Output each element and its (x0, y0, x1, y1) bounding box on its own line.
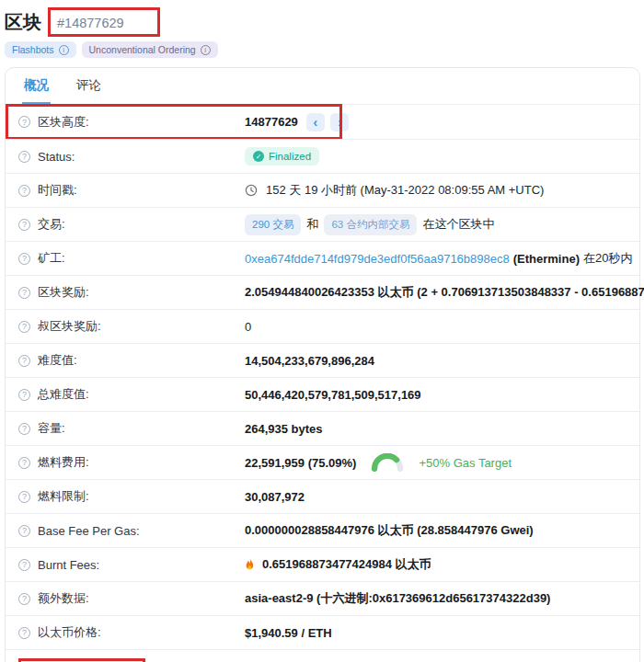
row-size: ? 容量: 264,935 bytes (6, 411, 639, 445)
unconventional-ordering-badge[interactable]: Unconventional Ordering i (82, 41, 218, 58)
row-label: Burnt Fees: (38, 558, 99, 572)
check-circle-icon: ✓ (253, 151, 264, 162)
total-difficulty-value: 50,446,420,579,781,509,517,169 (245, 388, 421, 402)
gas-limit-value: 30,087,972 (245, 490, 305, 504)
row-label: 燃料限制: (38, 488, 89, 505)
row-block-height: ? 区块高度: 14877629 ‹ › (6, 105, 639, 139)
row-label: 额外数据: (38, 590, 89, 607)
header-badges: Flashbots i Unconventional Ordering i (5, 41, 640, 58)
row-extra-data: ? 额外数据: asia-east2-9 (十六进制:0x617369612d6… (6, 581, 639, 615)
row-total-difficulty: ? 总难度值: 50,446,420,579,781,509,517,169 (6, 377, 639, 411)
info-icon[interactable]: i (201, 45, 211, 55)
page-header: 区块 #14877629 Flashbots i Unconventional … (5, 7, 640, 58)
row-label: 以太币价格: (38, 624, 101, 641)
eth-price-value: $1,940.59 / ETH (245, 626, 332, 640)
question-circle-icon[interactable]: ? (18, 593, 30, 605)
info-icon[interactable]: i (59, 45, 69, 55)
row-eth-price: ? 以太币价格: $1,940.59 / ETH (6, 615, 639, 649)
row-burnt-fees: ? Burnt Fees: 0.651968873477424984 以太币 (6, 547, 639, 581)
row-label: 区块高度: (38, 114, 89, 131)
tab-bar: 概况 评论 (6, 68, 639, 105)
difficulty-value: 14,504,233,679,896,284 (245, 354, 374, 368)
tab-overview[interactable]: 概况 (22, 68, 51, 104)
transactions-count-link[interactable]: 290 交易 (245, 214, 301, 235)
status-value: Finalized (269, 151, 311, 162)
row-label: Base Fee Per Gas: (38, 524, 140, 538)
gas-gauge-icon (371, 453, 404, 472)
footer-row: Click to see more↓ (6, 649, 639, 662)
question-circle-icon[interactable]: ? (18, 116, 30, 128)
question-circle-icon[interactable]: ? (18, 627, 30, 639)
question-circle-icon[interactable]: ? (18, 389, 30, 401)
clock-icon (245, 184, 258, 197)
row-block-reward: ? 区块奖励: 2.054944840026423353 以太币 (2 + 0.… (6, 275, 639, 309)
annotation-box-see-more: Click to see more↓ (18, 658, 145, 662)
miner-name: (Ethermine) (513, 252, 580, 266)
flame-icon (245, 558, 255, 571)
row-label: 容量: (38, 420, 65, 437)
page-title: 区块 (5, 10, 41, 35)
row-gas-used: ? 燃料费用: 22,591,959 (75.09%) +50% Gas Tar… (6, 445, 639, 479)
question-circle-icon[interactable]: ? (18, 423, 30, 435)
burnt-fees-value: 0.651968873477424984 以太币 (262, 556, 431, 573)
question-circle-icon[interactable]: ? (18, 253, 30, 265)
row-transactions: ? 交易: 290 交易 和 63 合约内部交易 在这个区块中 (6, 207, 639, 241)
flashbots-badge-label: Flashbots (12, 44, 54, 55)
row-base-fee: ? Base Fee Per Gas: 0.000000028858447976… (6, 513, 639, 547)
question-circle-icon[interactable]: ? (18, 287, 30, 299)
row-status: ? Status: ✓ Finalized (6, 139, 639, 173)
gas-target-label: +50% Gas Target (419, 456, 512, 470)
row-label: 矿工: (38, 250, 65, 267)
annotation-box-block-number: #14877629 (48, 7, 160, 37)
question-circle-icon[interactable]: ? (18, 321, 30, 333)
gas-used-value: 22,591,959 (75.09%) (245, 456, 356, 470)
and-text: 和 (306, 216, 318, 233)
row-label: 时间戳: (38, 182, 77, 199)
question-circle-icon[interactable]: ? (18, 151, 30, 163)
row-label: 叔区块奖励: (38, 318, 101, 335)
in-this-block-text: 在这个区块中 (422, 216, 494, 233)
question-circle-icon[interactable]: ? (18, 559, 30, 571)
row-timestamp: ? 时间戳: 152 天 19 小时前 (May-31-2022 08:09:5… (6, 173, 639, 207)
timestamp-value: 152 天 19 小时前 (May-31-2022 08:09:55 AM +U… (266, 182, 544, 199)
question-circle-icon[interactable]: ? (18, 355, 30, 367)
row-label: 交易: (38, 216, 65, 233)
row-difficulty: ? 难度值: 14,504,233,679,896,284 (6, 343, 639, 377)
row-label: 难度值: (38, 352, 77, 369)
row-miner: ? 矿工: 0xea674fdde714fd979de3edf0f56aa971… (6, 241, 639, 275)
block-details-page: 区块 #14877629 Flashbots i Unconventional … (0, 0, 644, 662)
tab-comments[interactable]: 评论 (75, 68, 103, 104)
question-circle-icon[interactable]: ? (18, 185, 30, 197)
size-value: 264,935 bytes (245, 422, 323, 436)
internal-transactions-link[interactable]: 63 合约内部交易 (324, 214, 417, 235)
row-label: 总难度值: (38, 386, 89, 403)
question-circle-icon[interactable]: ? (18, 525, 30, 537)
status-badge: ✓ Finalized (245, 147, 319, 166)
block-reward-value: 2.054944840026423353 以太币 (2 + 0.70691371… (245, 284, 644, 301)
block-number: #14877629 (57, 16, 124, 30)
base-fee-value: 0.000000028858447976 以太币 (28.858447976 G… (245, 522, 534, 539)
detail-rows: ? 区块高度: 14877629 ‹ › ? Status: (6, 105, 639, 662)
question-circle-icon[interactable]: ? (18, 457, 30, 469)
unconventional-badge-label: Unconventional Ordering (89, 44, 196, 55)
next-block-button[interactable]: › (330, 113, 349, 131)
row-uncle-reward: ? 叔区块奖励: 0 (6, 309, 639, 343)
flashbots-badge[interactable]: Flashbots i (5, 41, 76, 58)
row-label: 燃料费用: (38, 454, 89, 471)
row-label: Status: (38, 150, 75, 164)
question-circle-icon[interactable]: ? (18, 219, 30, 231)
block-height-value: 14877629 (245, 115, 298, 129)
block-overview-card: 概况 评论 ? 区块高度: 14877629 ‹ › (5, 67, 640, 662)
prev-block-button[interactable]: ‹ (306, 113, 325, 131)
question-circle-icon[interactable]: ? (18, 491, 30, 503)
row-label: 区块奖励: (38, 284, 89, 301)
extra-data-value: asia-east2-9 (十六进制:0x617369612d656173743… (245, 590, 550, 607)
row-gas-limit: ? 燃料限制: 30,087,972 (6, 479, 639, 513)
miner-address-link[interactable]: 0xea674fdde714fd979de3edf0f56aa9716b898e… (245, 252, 510, 266)
miner-time: 在20秒内 (583, 250, 632, 267)
uncle-reward-value: 0 (245, 320, 251, 334)
